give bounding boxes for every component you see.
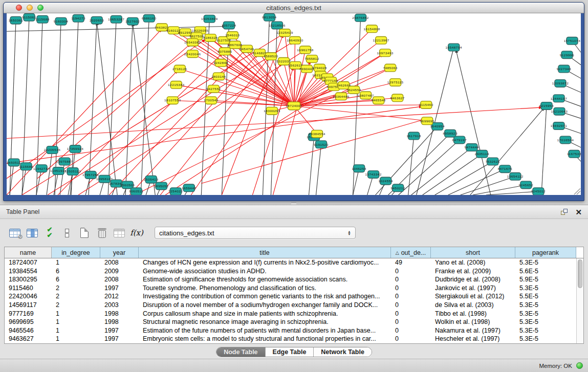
zoom-window-button[interactable] bbox=[37, 5, 43, 11]
table-row[interactable]: 911546021997Tourette syndrome. Phenomeno… bbox=[5, 284, 583, 293]
graph-node[interactable]: 1024554 bbox=[378, 177, 393, 185]
graph-node[interactable]: 8471676 bbox=[498, 165, 512, 173]
graph-edge[interactable] bbox=[541, 106, 547, 195]
graph-node[interactable]: 9129996 bbox=[560, 51, 574, 59]
graph-node[interactable]: 15751074 bbox=[564, 37, 580, 45]
network-graph[interactable]: 1650361911506111156889160304119427320206… bbox=[7, 13, 581, 195]
graph-edge[interactable] bbox=[309, 137, 314, 195]
table-cell[interactable]: 2 bbox=[52, 301, 100, 310]
splitter-handle[interactable] bbox=[291, 202, 296, 204]
table-cell[interactable]: 0 bbox=[391, 284, 431, 293]
graph-edge[interactable] bbox=[58, 70, 178, 195]
graph-node[interactable]: 22420046 bbox=[184, 50, 201, 58]
graph-node[interactable]: 16154808 bbox=[363, 25, 380, 33]
graph-node[interactable]: 16053809 bbox=[201, 15, 217, 23]
table-cell[interactable]: 9777169 bbox=[5, 310, 52, 318]
delete-column-button[interactable] bbox=[94, 225, 110, 240]
graph-node[interactable]: 18300295 bbox=[264, 107, 280, 115]
table-cell[interactable]: Estimation of the future numbers of pati… bbox=[139, 326, 391, 335]
table-cell[interactable]: Disruption of a novel member of a sodium… bbox=[139, 301, 391, 310]
graph-node[interactable]: 7955812 bbox=[304, 55, 319, 63]
graph-node[interactable]: 1167533 bbox=[567, 150, 581, 158]
tab-node-table[interactable]: Node Table bbox=[216, 347, 265, 357]
table-cell[interactable]: Tibbo et al. (1998) bbox=[431, 310, 515, 318]
graph-node[interactable]: 7632621 bbox=[486, 158, 500, 165]
graph-node[interactable]: 2718126 bbox=[172, 65, 187, 73]
table-cell[interactable]: Jankovic et al. (1997) bbox=[431, 284, 515, 293]
graph-node[interactable]: 12975115 bbox=[387, 79, 404, 86]
table-cell[interactable]: 2008 bbox=[100, 258, 139, 267]
table-cell[interactable]: 1997 bbox=[100, 326, 139, 335]
table-cell[interactable]: Stergiakouli et al. (2012) bbox=[431, 292, 515, 301]
table-cell[interactable]: 1998 bbox=[100, 310, 139, 318]
graph-node[interactable]: 1546013 bbox=[225, 32, 239, 39]
table-cell[interactable]: 1998 bbox=[100, 318, 139, 326]
graph-edge[interactable] bbox=[141, 18, 149, 195]
table-cell[interactable]: 49 bbox=[391, 258, 431, 267]
graph-node[interactable]: 10973493 bbox=[377, 49, 393, 57]
select-all-rows-button[interactable]: ✔✔ bbox=[42, 225, 57, 240]
graph-node[interactable]: 10654112 bbox=[507, 172, 524, 180]
close-window-button[interactable] bbox=[16, 5, 22, 11]
table-cell[interactable]: 5.3E-5 bbox=[515, 326, 576, 335]
table-cell[interactable]: 5.5E-5 bbox=[515, 292, 576, 301]
graph-node[interactable]: 12325419 bbox=[276, 29, 293, 37]
graph-node[interactable]: 1194273 bbox=[71, 14, 85, 22]
graph-node[interactable]: 9242844 bbox=[213, 59, 228, 67]
graph-edge[interactable] bbox=[448, 169, 505, 195]
column-header-short[interactable]: short bbox=[431, 247, 515, 258]
column-header-year[interactable]: year bbox=[100, 247, 139, 258]
table-row[interactable]: 1938455462009Genome-wide association stu… bbox=[5, 267, 583, 276]
table-cell[interactable]: Yano et al. (2008) bbox=[431, 258, 515, 267]
graph-node[interactable]: 9463627 bbox=[390, 94, 404, 102]
graph-node[interactable]: 10807487 bbox=[357, 92, 374, 99]
select-columns-button[interactable] bbox=[25, 225, 40, 240]
table-row[interactable]: 946554611997Estimation of the future num… bbox=[5, 326, 583, 335]
table-cell[interactable]: Structural magnetic resonance image aver… bbox=[139, 318, 391, 326]
minimize-window-button[interactable] bbox=[27, 5, 33, 11]
column-header-title[interactable]: title bbox=[139, 247, 391, 258]
close-panel-icon[interactable]: ✕ bbox=[575, 208, 582, 216]
table-cell[interactable]: Wolkin et al. (1998) bbox=[431, 318, 515, 326]
graph-edge[interactable] bbox=[273, 60, 310, 195]
table-cell[interactable]: 5.3E-5 bbox=[515, 258, 576, 267]
graph-node[interactable]: 1115688 bbox=[35, 15, 49, 23]
graph-edge[interactable] bbox=[411, 147, 472, 195]
graph-node[interactable]: 9115061 bbox=[22, 13, 36, 21]
table-cell[interactable]: 1 bbox=[52, 335, 100, 343]
table-settings-button[interactable]: ⚙ bbox=[7, 225, 23, 240]
tab-network-table[interactable]: Network Table bbox=[314, 347, 372, 357]
table-cell[interactable]: 0 bbox=[391, 267, 431, 276]
table-row[interactable]: 1456911722003Disruption of a novel membe… bbox=[5, 301, 583, 310]
graph-node[interactable]: 9191520 bbox=[314, 141, 328, 148]
table-select-dropdown[interactable]: citations_edges.txt ▲▼ bbox=[155, 227, 356, 239]
table-cell[interactable]: 9115460 bbox=[5, 284, 52, 293]
table-cell[interactable]: Estimation of significance thresholds fo… bbox=[139, 275, 391, 284]
table-cell[interactable]: 2 bbox=[52, 284, 100, 293]
graph-node[interactable]: 1650361 bbox=[9, 16, 23, 24]
network-canvas[interactable]: 1650361911506111156889160304119427320206… bbox=[7, 13, 581, 195]
graph-node[interactable]: 6479197 bbox=[452, 136, 467, 144]
table-cell[interactable]: 18300295 bbox=[5, 275, 52, 284]
table-cell[interactable]: 1 bbox=[52, 310, 100, 318]
graph-node[interactable]: 17016504 bbox=[557, 136, 574, 144]
table-cell[interactable]: 9465546 bbox=[5, 326, 52, 335]
graph-edge[interactable] bbox=[133, 23, 155, 195]
deselect-rows-button[interactable] bbox=[59, 225, 75, 240]
column-header-in_degree[interactable]: in_degree bbox=[52, 247, 100, 258]
graph-node[interactable]: 15218506 bbox=[269, 21, 285, 29]
column-header-pagerank[interactable]: pagerank bbox=[515, 247, 576, 258]
graph-node[interactable]: 8186328 bbox=[203, 34, 217, 42]
graph-node[interactable]: 12213967 bbox=[373, 36, 389, 44]
table-cell[interactable]: Embryonic stem cells: a model to study s… bbox=[139, 335, 391, 343]
table-cell[interactable]: 0 bbox=[391, 310, 431, 318]
table-cell[interactable]: 1997 bbox=[100, 335, 139, 343]
graph-edge[interactable] bbox=[60, 161, 64, 195]
graph-node[interactable]: 16210643 bbox=[551, 107, 568, 115]
graph-node[interactable]: 12215383 bbox=[168, 81, 184, 89]
graph-edge[interactable] bbox=[263, 17, 269, 195]
table-cell[interactable]: 5.9E-5 bbox=[515, 275, 576, 284]
graph-node[interactable]: 1115680 bbox=[19, 163, 33, 170]
graph-node[interactable]: 1527602 bbox=[125, 17, 140, 25]
graph-node[interactable]: 19384554 bbox=[309, 130, 325, 138]
